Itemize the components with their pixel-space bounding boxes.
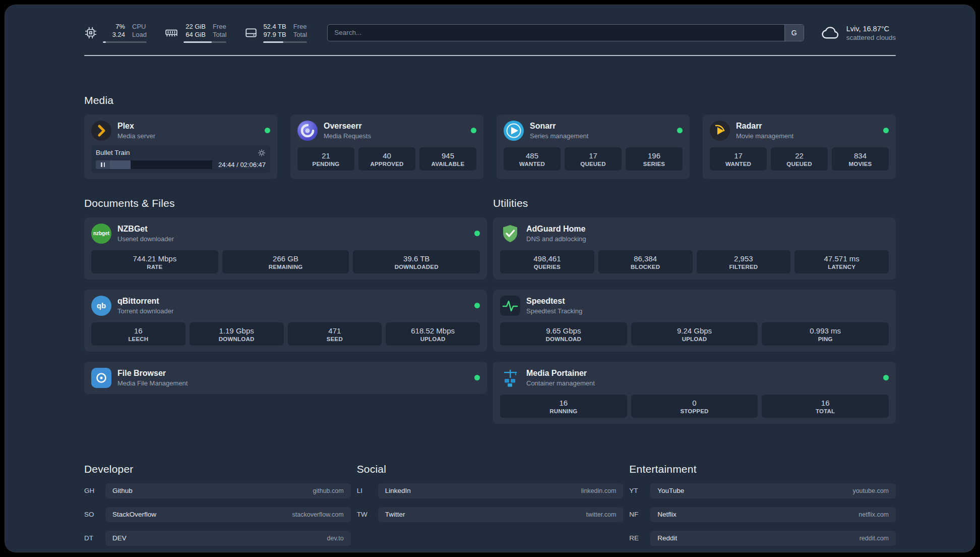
free-label: Free [293, 23, 307, 31]
service-subtitle: Speedtest Tracking [526, 307, 582, 315]
bookmark-abbr: NF [629, 511, 650, 518]
service-title: Media Portainer [526, 368, 595, 378]
sonarr-card: Sonarr Series management 485 WANTED 17 Q… [497, 115, 690, 179]
radarr-link[interactable]: Radarr Movie management [710, 121, 889, 141]
section-developer: Developer GH Github github.com SO StackO… [84, 463, 351, 553]
portainer-link[interactable]: Media Portainer Container management [500, 368, 889, 388]
service-subtitle: Media File Management [117, 379, 188, 387]
stat-blocked: 86,384 BLOCKED [598, 250, 693, 273]
bookmark-stackoverflow: SO StackOverflow stackoverflow.com [84, 507, 351, 522]
bookmark-abbr: GH [84, 487, 105, 494]
stat-leech: 16 LEECH [91, 322, 186, 346]
plex-now-playing: Bullet Train 24:44 / 0 [91, 145, 270, 173]
qbittorrent-icon: qb [91, 296, 111, 316]
search-input[interactable] [327, 24, 804, 41]
bookmark-link-youtube[interactable]: YouTube youtube.com [650, 483, 896, 498]
sonarr-link[interactable]: Sonarr Series management [504, 121, 683, 141]
topbar-divider [84, 55, 896, 56]
service-subtitle: Usenet downloader [117, 235, 174, 243]
stat-upload: 618.52 Mbps UPLOAD [386, 322, 480, 346]
stat-filtered: 2,953 FILTERED [697, 250, 791, 273]
developer-heading: Developer [84, 463, 351, 475]
bookmark-abbr: SO [84, 511, 105, 518]
bookmark-link-twitter[interactable]: Twitter twitter.com [378, 507, 624, 522]
nzbget-card: nzbget NZBGet Usenet downloader 744.21 M… [84, 217, 487, 280]
memory-total-value: 64 GiB [186, 31, 206, 39]
entertainment-heading: Entertainment [629, 463, 896, 475]
bookmark-abbr: YT [629, 487, 650, 494]
bookmark-link-github[interactable]: Github github.com [105, 483, 351, 498]
topbar: 7% 3.24 CPU Load [84, 5, 896, 43]
qbittorrent-link[interactable]: qb qBittorrent Torrent downloader [91, 296, 480, 316]
service-subtitle: Movie management [736, 132, 793, 140]
free-label: Free [213, 23, 226, 31]
disk-progress-bar [263, 41, 307, 43]
disk-icon [244, 26, 258, 39]
status-dot [677, 128, 683, 133]
now-playing-title: Bullet Train [96, 149, 130, 156]
status-dot [265, 128, 270, 133]
cpu-progress-bar [103, 41, 147, 43]
bookmark-link-netflix[interactable]: Netflix netflix.com [650, 507, 896, 522]
status-dot [474, 231, 480, 236]
stat-queued: 22 QUEUED [771, 147, 828, 171]
stat-available: 945 AVAILABLE [419, 147, 476, 171]
bookmark-linkedin: LI LinkedIn linkedin.com [357, 483, 624, 498]
speedtest-link[interactable]: Speedtest Speedtest Tracking [500, 296, 889, 316]
stat-pending: 21 PENDING [297, 147, 354, 171]
status-dot [883, 375, 889, 380]
stat-latency: 47.571 ms LATENCY [794, 250, 889, 273]
bookmark-link-reddit[interactable]: Reddit reddit.com [650, 531, 896, 546]
portainer-card: Media Portainer Container management 16 … [493, 362, 896, 424]
stat-remaining: 266 GB REMAINING [222, 250, 349, 273]
cpu-usage-value: 7% [115, 23, 125, 31]
cpu-load-value: 3.24 [112, 31, 125, 39]
overseerr-icon [297, 121, 318, 141]
social-heading: Social [357, 463, 624, 475]
stat-rate: 744.21 Mbps RATE [91, 250, 218, 273]
bookmark-reddit: RE Reddit reddit.com [629, 531, 896, 546]
adguard-link[interactable]: AdGuard Home DNS and adblocking [500, 224, 889, 244]
stat-movies: 834 MOVIES [832, 147, 889, 171]
search-bar: G [327, 24, 804, 41]
service-title: NZBGet [117, 224, 174, 234]
status-dot [883, 128, 889, 133]
status-dot [471, 128, 476, 133]
service-subtitle: DNS and adblocking [526, 235, 586, 243]
stat-queries: 498,461 QUERIES [500, 250, 594, 273]
dashboard: 7% 3.24 CPU Load [5, 5, 975, 552]
plex-link[interactable]: Plex Media server [91, 121, 270, 141]
service-title: File Browser [117, 368, 188, 378]
bookmark-link-stackoverflow[interactable]: StackOverflow stackoverflow.com [105, 507, 351, 522]
cpu-icon [84, 26, 97, 39]
bookmark-link-linkedin[interactable]: LinkedIn linkedin.com [378, 483, 624, 498]
stat-wanted: 17 WANTED [710, 147, 767, 171]
service-title: Overseerr [324, 121, 371, 131]
settings-gear-icon[interactable] [258, 149, 266, 157]
bookmark-link-dev[interactable]: DEV dev.to [105, 531, 351, 546]
bookmark-youtube: YT YouTube youtube.com [629, 483, 896, 498]
radarr-icon [710, 121, 730, 141]
filebrowser-link[interactable]: File Browser Media File Management [91, 368, 480, 388]
nzbget-icon: nzbget [91, 224, 111, 244]
service-title: Plex [117, 121, 155, 131]
pause-button[interactable] [96, 160, 110, 169]
service-subtitle: Series management [530, 132, 588, 140]
overseerr-link[interactable]: Overseerr Media Requests [297, 121, 476, 141]
stat-seed: 471 SEED [288, 322, 382, 346]
load-label: Load [132, 31, 147, 39]
nzbget-link[interactable]: nzbget NZBGet Usenet downloader [91, 224, 480, 244]
service-title: AdGuard Home [526, 224, 586, 234]
plex-card: Plex Media server Bullet Train [84, 115, 277, 179]
search-provider-button[interactable]: G [784, 25, 804, 41]
cpu-label: CPU [132, 23, 147, 31]
service-subtitle: Media server [117, 132, 155, 140]
filebrowser-card: File Browser Media File Management [84, 362, 487, 394]
weather-condition: scattered clouds [846, 34, 896, 41]
stat-approved: 40 APPROVED [358, 147, 415, 171]
bookmark-abbr: DT [84, 534, 105, 542]
status-dot [474, 375, 480, 380]
sonarr-icon [504, 121, 524, 141]
stat-download: 1.19 Gbps DOWNLOAD [190, 322, 284, 346]
disk-free-value: 52.4 TB [263, 23, 286, 31]
